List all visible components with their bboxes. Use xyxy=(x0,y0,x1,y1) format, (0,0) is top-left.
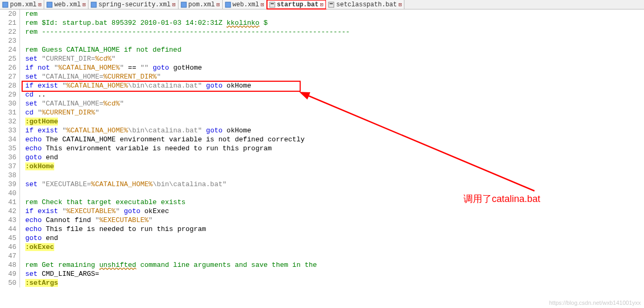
line-number-gutter: 2021222324252627282930313233343536373839… xyxy=(0,9,20,287)
tab-spring-security-xml[interactable]: spring-security.xml⊠ xyxy=(88,0,178,9)
tab-pom-xml[interactable]: pom.xml⊠ xyxy=(0,0,44,9)
code-line[interactable]: rem Guess CATALINA_HOME if not defined xyxy=(20,45,644,54)
code-token: \bin\catalina.bat" xyxy=(128,82,202,90)
close-icon[interactable]: ⊠ xyxy=(38,1,42,8)
code-line[interactable]: set "EXECUTABLE=%CATALINA_HOME%\bin\cata… xyxy=(20,180,644,189)
code-line[interactable]: goto end xyxy=(20,153,644,162)
code-line[interactable]: :okExec xyxy=(20,243,644,252)
code-line[interactable] xyxy=(20,36,644,45)
code-token: "CATALINA_HOME= xyxy=(42,100,103,108)
line-number: 25 xyxy=(0,54,16,63)
code-token: goto xyxy=(206,127,222,134)
code-token: if exist xyxy=(25,127,58,134)
code-line[interactable]: set "CURRENT_DIR=%cd%" xyxy=(20,54,644,63)
code-token: cd xyxy=(25,109,34,117)
code-token: set xyxy=(25,180,37,188)
code-token: \bin\catalina.bat" xyxy=(128,127,202,134)
line-number: 30 xyxy=(0,99,16,108)
code-line[interactable] xyxy=(20,189,644,198)
code-line[interactable]: if exist "%CATALINA_HOME%\bin\catalina.b… xyxy=(20,126,644,135)
tab-web-xml[interactable]: web.xml⊠ xyxy=(223,0,267,9)
code-line[interactable] xyxy=(20,252,644,261)
close-icon[interactable]: ⊠ xyxy=(216,1,220,8)
line-number: 46 xyxy=(0,243,16,252)
tab-web-xml[interactable]: web.xml⊠ xyxy=(44,0,88,9)
code-line[interactable]: goto end xyxy=(20,234,644,243)
code-line[interactable]: echo The CATALINA_HOME environment varia… xyxy=(20,135,644,144)
tab-startup-bat[interactable]: startup.bat⊠ xyxy=(267,0,326,9)
code-line[interactable]: echo This environment variable is needed… xyxy=(20,144,644,153)
code-line[interactable]: :setArgs xyxy=(20,278,644,287)
code-token: %cd% xyxy=(103,100,120,108)
code-token: rem $Id: startup.bat 895392 2010-01-03 1… xyxy=(25,19,226,27)
code-content[interactable]: remrem $Id: startup.bat 895392 2010-01-0… xyxy=(20,9,644,287)
code-line[interactable]: set "CATALINA_HOME=%CURRENT_DIR%" xyxy=(20,72,644,81)
line-number: 39 xyxy=(0,180,16,189)
code-token: .. xyxy=(34,91,46,99)
line-number: 37 xyxy=(0,162,16,171)
code-line[interactable]: rem Check that target executable exists xyxy=(20,198,644,207)
code-token: gotHome xyxy=(169,64,202,72)
code-token: set xyxy=(25,73,37,81)
code-token xyxy=(50,64,54,72)
code-token: goto xyxy=(206,82,222,90)
code-token: echo xyxy=(25,145,42,152)
close-icon[interactable]: ⊠ xyxy=(399,1,402,8)
svg-rect-2 xyxy=(91,2,96,7)
code-line[interactable]: rem xyxy=(20,9,644,18)
tab-label: pom.xml xyxy=(10,1,36,8)
code-token: if not xyxy=(25,64,50,72)
close-icon[interactable]: ⊠ xyxy=(82,1,86,8)
line-number: 23 xyxy=(0,36,16,45)
line-number: 21 xyxy=(0,18,16,27)
code-line[interactable]: :okHome xyxy=(20,162,644,171)
code-token: rem ------------------------------------… xyxy=(25,28,350,36)
code-token: " xyxy=(62,82,66,90)
code-token: :okExec xyxy=(25,243,54,251)
code-line[interactable]: if exist "%EXECUTABLE%" goto okExec xyxy=(20,207,644,216)
close-icon[interactable]: ⊠ xyxy=(261,1,264,8)
code-line[interactable]: if not "%CATALINA_HOME%" == "" goto gotH… xyxy=(20,63,644,72)
code-line[interactable]: rem $Id: startup.bat 895392 2010-01-03 1… xyxy=(20,18,644,27)
tab-setclasspath-bat[interactable]: setclasspath.bat⊠ xyxy=(326,0,404,9)
code-token: %CURRENT_DIR% xyxy=(42,109,95,117)
code-line[interactable]: if exist "%CATALINA_HOME%\bin\catalina.b… xyxy=(20,81,644,90)
xml-file-icon xyxy=(225,2,231,8)
code-token: if exist xyxy=(25,207,58,215)
code-token: %EXECUTABLE% xyxy=(66,207,116,215)
xml-file-icon xyxy=(181,2,187,8)
line-number: 22 xyxy=(0,27,16,36)
close-icon[interactable]: ⊠ xyxy=(320,1,324,8)
tab-label: setclasspath.bat xyxy=(336,1,397,8)
tab-label: pom.xml xyxy=(189,1,215,8)
tab-pom-xml[interactable]: pom.xml⊠ xyxy=(179,0,223,9)
code-line[interactable]: :gotHome xyxy=(20,117,644,126)
code-token: This environment variable is needed to r… xyxy=(42,145,272,152)
code-line[interactable]: echo This file is needed to run this pro… xyxy=(20,225,644,234)
code-token: :okHome xyxy=(25,162,54,170)
code-token: " xyxy=(157,73,161,81)
code-token: okHome xyxy=(223,127,252,134)
close-icon[interactable]: ⊠ xyxy=(172,1,176,8)
code-line[interactable]: cd .. xyxy=(20,90,644,99)
code-token: "CATALINA_HOME= xyxy=(42,73,103,81)
code-line[interactable]: set "CATALINA_HOME=%cd%" xyxy=(20,99,644,108)
code-token: "CURRENT_DIR= xyxy=(42,55,95,63)
code-line[interactable]: echo Cannot find "%EXECUTABLE%" xyxy=(20,216,644,225)
code-token: goto xyxy=(124,207,140,215)
code-line[interactable]: set CMD_LINE_ARGS= xyxy=(20,270,644,278)
code-line[interactable] xyxy=(20,171,644,180)
code-token: set xyxy=(25,270,37,278)
code-line[interactable]: rem ------------------------------------… xyxy=(20,27,644,36)
bat-file-icon xyxy=(269,2,275,8)
code-token: " xyxy=(62,127,66,134)
code-line[interactable]: rem Get remaining unshifted command line… xyxy=(20,261,644,270)
code-token: %CATALINA_HOME% xyxy=(66,82,128,90)
code-token: " xyxy=(95,109,100,117)
line-number: 38 xyxy=(0,171,16,180)
code-token: " xyxy=(62,207,66,215)
line-number: 26 xyxy=(0,63,16,72)
code-line[interactable]: cd "%CURRENT_DIR%" xyxy=(20,108,644,117)
code-token: echo xyxy=(25,216,42,224)
code-token: okExec xyxy=(141,207,170,215)
